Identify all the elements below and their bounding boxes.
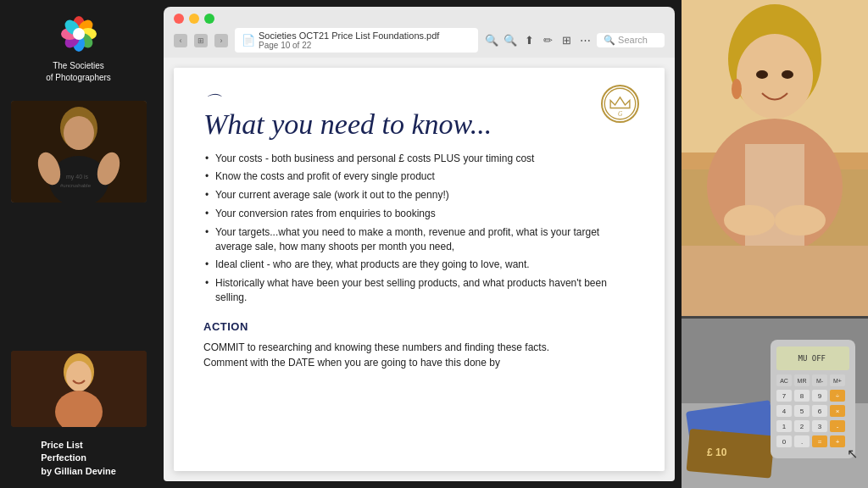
svg-text:1: 1 xyxy=(782,423,787,430)
svg-rect-39 xyxy=(687,429,775,479)
left-sidebar: The Societies of Photographers my 40 is xyxy=(0,0,157,488)
svg-text:4: 4 xyxy=(782,408,787,415)
svg-text:8: 8 xyxy=(800,392,804,400)
svg-text:5: 5 xyxy=(800,408,804,415)
svg-point-28 xyxy=(732,79,742,99)
svg-point-11 xyxy=(64,116,94,150)
nav-forward-button[interactable]: › xyxy=(214,34,228,47)
duplicate-icon[interactable]: ⊞ xyxy=(559,34,573,47)
action-section: ACTION COMMIT to researching and knowing… xyxy=(203,320,635,370)
zoom-out-icon[interactable]: 🔍 xyxy=(485,34,498,47)
svg-point-34 xyxy=(775,205,826,236)
svg-text:G: G xyxy=(618,111,623,118)
svg-text:↖: ↖ xyxy=(847,446,858,461)
right-person-video xyxy=(682,0,868,246)
svg-text:#uncrushable: #uncrushable xyxy=(60,183,92,188)
thumbnail-image xyxy=(11,351,147,427)
svg-text:MR: MR xyxy=(798,378,807,384)
calculator-video: £ 20 £ 10 MU OFF AC MR M- M+ 7 8 9 xyxy=(682,319,868,488)
main-content: ‹ ⊞ › 📄 Societies OCT21 Price List Found… xyxy=(157,0,682,488)
svg-point-19 xyxy=(66,361,92,391)
traffic-lights xyxy=(174,14,665,24)
svg-text:6: 6 xyxy=(818,408,822,415)
svg-text:AC: AC xyxy=(780,378,788,384)
thumbnail-container xyxy=(11,351,147,434)
svg-text:-: - xyxy=(837,423,839,430)
close-button[interactable] xyxy=(174,14,184,24)
menu-icon[interactable]: ⋯ xyxy=(578,34,592,47)
share-icon[interactable]: ⬆ xyxy=(522,34,536,47)
watermark-text: Price List Perfection by Gillian Devine xyxy=(31,439,126,478)
svg-text:9: 9 xyxy=(818,392,822,400)
svg-text:MU OFF: MU OFF xyxy=(798,354,826,363)
svg-text:3: 3 xyxy=(818,423,822,430)
svg-text:.: . xyxy=(801,438,803,446)
pdf-bullet-list: Your costs - both business and personal … xyxy=(203,152,635,305)
svg-text:M-: M- xyxy=(816,378,824,384)
bullet-item: Your targets...what you need to make a m… xyxy=(203,225,635,254)
edit-icon[interactable]: ✏ xyxy=(541,34,554,47)
pdf-logo: G xyxy=(601,85,639,123)
browser-toolbar: ‹ ⊞ › 📄 Societies OCT21 Price List Found… xyxy=(174,28,665,53)
action-text: COMMIT to researching and knowing these … xyxy=(203,340,635,370)
pdf-area: G ⌒ What you need to know... Your costs … xyxy=(164,58,675,481)
right-bottom-video: £ 20 £ 10 MU OFF AC MR M- M+ 7 8 9 xyxy=(682,319,868,488)
svg-text:0: 0 xyxy=(782,438,787,446)
bullet-item: Your costs - both business and personal … xyxy=(203,152,635,166)
browser-search[interactable]: 🔍 Search xyxy=(597,33,665,47)
zoom-in-icon[interactable]: 🔍 xyxy=(504,34,517,47)
tab-view-button[interactable]: ⊞ xyxy=(194,34,208,47)
pdf-heading: What you need to know... xyxy=(203,112,635,138)
browser-chrome: ‹ ⊞ › 📄 Societies OCT21 Price List Found… xyxy=(164,7,675,58)
svg-text:M+: M+ xyxy=(833,378,842,384)
svg-text:my 40 is: my 40 is xyxy=(66,174,89,180)
svg-text:£ 10: £ 10 xyxy=(707,446,727,458)
svg-point-27 xyxy=(737,34,813,119)
svg-text:2: 2 xyxy=(800,423,804,430)
webcam-feed: my 40 is #uncrushable xyxy=(11,101,147,202)
logo-area: The Societies of Photographers xyxy=(46,13,111,84)
pdf-filename: Societies OCT21 Price List Foundations.p… xyxy=(259,30,439,41)
bullet-item: Historically what have been your best se… xyxy=(203,276,635,305)
svg-text:=: = xyxy=(818,438,822,446)
maximize-button[interactable] xyxy=(204,14,214,24)
svg-text:÷: ÷ xyxy=(836,392,840,400)
logo-emblem: G xyxy=(601,85,639,123)
action-title: ACTION xyxy=(203,320,635,333)
browser-tools: 🔍 🔍 ⬆ ✏ ⊞ ⋯ 🔍 Search xyxy=(485,33,665,47)
svg-text:×: × xyxy=(836,408,840,415)
svg-point-32 xyxy=(782,70,793,79)
page-info: Page 10 of 22 xyxy=(259,41,439,50)
presenter-silhouette: my 40 is #uncrushable xyxy=(11,101,147,202)
nav-back-button[interactable]: ‹ xyxy=(174,34,187,47)
svg-point-31 xyxy=(756,70,768,79)
bullet-item: Your current average sale (work it out t… xyxy=(203,188,635,202)
minimize-button[interactable] xyxy=(189,14,199,24)
address-bar: 📄 Societies OCT21 Price List Foundations… xyxy=(235,28,478,53)
svg-point-8 xyxy=(73,28,85,40)
bullet-item: Ideal client - who are they, what produc… xyxy=(203,258,635,272)
bullet-item: Your conversion rates from enquiries to … xyxy=(203,207,635,221)
pdf-page: G ⌒ What you need to know... Your costs … xyxy=(174,68,665,471)
right-top-video xyxy=(682,0,868,316)
societies-logo xyxy=(58,13,100,55)
webcam-video: my 40 is #uncrushable xyxy=(11,101,147,202)
svg-text:+: + xyxy=(836,438,840,446)
bullet-item: Know the costs and profit of every singl… xyxy=(203,169,635,184)
svg-text:7: 7 xyxy=(782,392,787,400)
right-panel: £ 20 £ 10 MU OFF AC MR M- M+ 7 8 9 xyxy=(682,0,868,488)
logo-text: The Societies of Photographers xyxy=(46,60,111,84)
thumbnail-preview xyxy=(11,351,147,427)
heading-swash: ⌒ xyxy=(203,93,635,110)
svg-point-33 xyxy=(724,205,775,236)
